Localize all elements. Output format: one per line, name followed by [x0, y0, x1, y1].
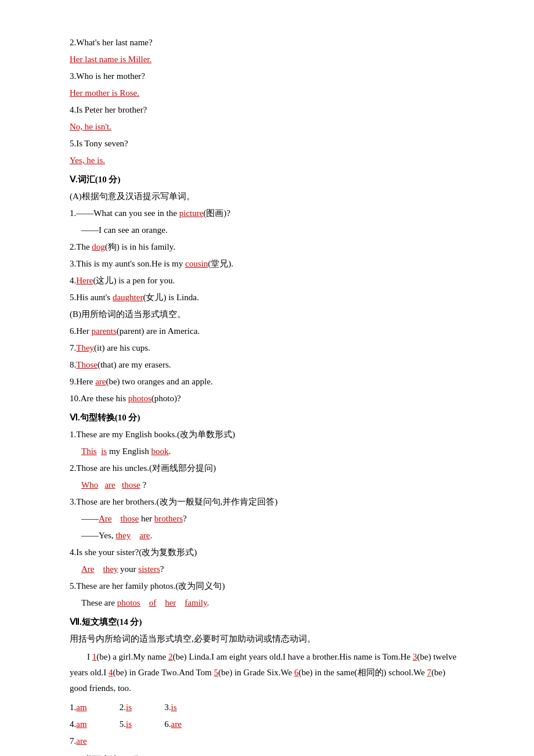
page-content: 2.What's her last name? Her last name is… [70, 35, 464, 756]
section5-a-intro: (A)根据句意及汉语提示写单词。 [70, 189, 464, 204]
question-5: 5.Is Tony seven? [70, 136, 464, 152]
answer-3: Her mother is Rose. [70, 85, 464, 101]
6-q3: 3.Those are her brothers.(改为一般疑问句,并作肯定回答… [70, 494, 464, 510]
section5-title: Ⅴ.词汇(10 分) [70, 172, 464, 188]
answer-4: No, he isn't. [70, 119, 464, 135]
question-2: 2.What's her last name? [70, 35, 464, 51]
5a-q5: 5.His aunt's daughter(女儿) is Linda. [70, 290, 464, 305]
5b-q9: 9.Here are(be) two oranges and an apple. [70, 374, 464, 390]
5a-q2: 2.The dog(狗) is in his family. [70, 239, 464, 255]
answer-5: Yes, he is. [70, 153, 464, 168]
6-a2: Who are those ? [81, 477, 464, 493]
6-a3-line2: ——Yes, they are. [81, 528, 464, 543]
section5-b-intro: (B)用所给词的适当形式填空。 [70, 307, 464, 322]
5b-q6: 6.Her parents(parent) are in America. [70, 323, 464, 339]
5a-q4: 4.Here(这儿) is a pen for you. [70, 273, 464, 289]
6-q1: 1.These are my English books.(改为单数形式) [70, 427, 464, 442]
6-q4: 4.Is she your sister?(改为复数形式) [70, 545, 464, 560]
section8-title: Ⅷ.书面表达(11 分) [70, 753, 464, 756]
5a-q1: 1.——What can you see in the picture(图画)? [70, 206, 464, 221]
6-a3-line1: ——Are those her brothers? [81, 511, 464, 527]
section7-text: I 1(be) a girl.My name 2(be) Linda.I am … [70, 649, 464, 696]
question-3: 3.Who is her mother? [70, 69, 464, 84]
section7-title: Ⅶ.短文填空(14 分) [70, 614, 464, 630]
answer-2: Her last name is Miller. [70, 52, 464, 67]
5a-q1-line2: ——I can see an orange. [81, 222, 464, 238]
6-a5: These are photos of her family. [81, 595, 464, 611]
6-a4: Are they your sisters? [81, 561, 464, 577]
5a-q3: 3.This is my aunt's son.He is my cousin(… [70, 256, 464, 272]
6-a1: This is my English book. [81, 444, 464, 459]
6-q5: 5.These are her family photos.(改为同义句) [70, 578, 464, 594]
5b-q7: 7.They(it) are his cups. [70, 340, 464, 356]
section7-intro: 用括号内所给词的适当形式填空,必要时可加助动词或情态动词。 [70, 631, 464, 647]
section7-answers-row2: 4.am 5.is 6.are [70, 717, 464, 732]
section7-answers-row1: 1.am 2.is 3.is [70, 700, 464, 715]
section6-title: Ⅵ.句型转换(10 分) [70, 410, 464, 426]
5b-q8: 8.Those(that) are my erasers. [70, 357, 464, 373]
question-4: 4.Is Peter her brother? [70, 102, 464, 118]
5b-q10: 10.Are these his photos(photo)? [70, 391, 464, 406]
6-q2: 2.Those are his uncles.(对画线部分提问) [70, 460, 464, 476]
section7-answers-row3: 7.are [70, 733, 464, 749]
